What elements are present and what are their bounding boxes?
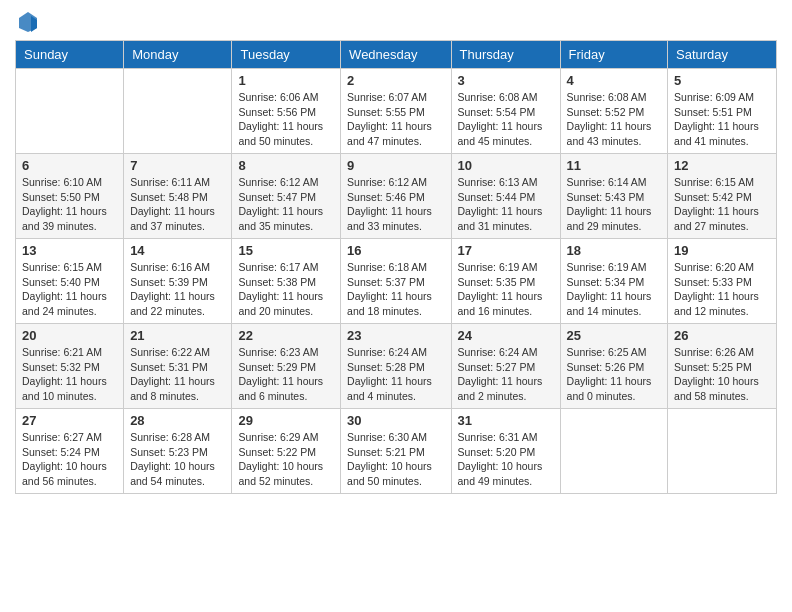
calendar-cell: 20Sunrise: 6:21 AM Sunset: 5:32 PM Dayli… [16,324,124,409]
day-number: 25 [567,328,661,343]
calendar-cell: 2Sunrise: 6:07 AM Sunset: 5:55 PM Daylig… [341,69,451,154]
calendar-cell: 30Sunrise: 6:30 AM Sunset: 5:21 PM Dayli… [341,409,451,494]
calendar-cell: 16Sunrise: 6:18 AM Sunset: 5:37 PM Dayli… [341,239,451,324]
calendar-week-row: 1Sunrise: 6:06 AM Sunset: 5:56 PM Daylig… [16,69,777,154]
day-info: Sunrise: 6:26 AM Sunset: 5:25 PM Dayligh… [674,345,770,404]
day-info: Sunrise: 6:16 AM Sunset: 5:39 PM Dayligh… [130,260,225,319]
calendar-cell: 14Sunrise: 6:16 AM Sunset: 5:39 PM Dayli… [124,239,232,324]
weekday-header: Sunday [16,41,124,69]
day-info: Sunrise: 6:08 AM Sunset: 5:54 PM Dayligh… [458,90,554,149]
day-info: Sunrise: 6:14 AM Sunset: 5:43 PM Dayligh… [567,175,661,234]
day-number: 18 [567,243,661,258]
day-info: Sunrise: 6:19 AM Sunset: 5:35 PM Dayligh… [458,260,554,319]
day-number: 26 [674,328,770,343]
day-number: 1 [238,73,334,88]
day-info: Sunrise: 6:25 AM Sunset: 5:26 PM Dayligh… [567,345,661,404]
day-number: 23 [347,328,444,343]
calendar-week-row: 27Sunrise: 6:27 AM Sunset: 5:24 PM Dayli… [16,409,777,494]
calendar-cell: 22Sunrise: 6:23 AM Sunset: 5:29 PM Dayli… [232,324,341,409]
calendar-cell: 3Sunrise: 6:08 AM Sunset: 5:54 PM Daylig… [451,69,560,154]
calendar-cell: 28Sunrise: 6:28 AM Sunset: 5:23 PM Dayli… [124,409,232,494]
calendar-cell: 12Sunrise: 6:15 AM Sunset: 5:42 PM Dayli… [668,154,777,239]
day-number: 24 [458,328,554,343]
day-number: 30 [347,413,444,428]
day-info: Sunrise: 6:10 AM Sunset: 5:50 PM Dayligh… [22,175,117,234]
calendar-cell: 13Sunrise: 6:15 AM Sunset: 5:40 PM Dayli… [16,239,124,324]
calendar-table: SundayMondayTuesdayWednesdayThursdayFrid… [15,40,777,494]
day-number: 14 [130,243,225,258]
calendar-cell: 7Sunrise: 6:11 AM Sunset: 5:48 PM Daylig… [124,154,232,239]
day-info: Sunrise: 6:06 AM Sunset: 5:56 PM Dayligh… [238,90,334,149]
weekday-header: Monday [124,41,232,69]
day-number: 9 [347,158,444,173]
weekday-header: Friday [560,41,667,69]
day-info: Sunrise: 6:21 AM Sunset: 5:32 PM Dayligh… [22,345,117,404]
day-number: 11 [567,158,661,173]
day-number: 6 [22,158,117,173]
header [15,10,777,32]
day-number: 20 [22,328,117,343]
day-info: Sunrise: 6:08 AM Sunset: 5:52 PM Dayligh… [567,90,661,149]
day-number: 27 [22,413,117,428]
day-number: 5 [674,73,770,88]
day-info: Sunrise: 6:07 AM Sunset: 5:55 PM Dayligh… [347,90,444,149]
day-info: Sunrise: 6:19 AM Sunset: 5:34 PM Dayligh… [567,260,661,319]
calendar-cell: 25Sunrise: 6:25 AM Sunset: 5:26 PM Dayli… [560,324,667,409]
calendar-cell: 6Sunrise: 6:10 AM Sunset: 5:50 PM Daylig… [16,154,124,239]
day-number: 15 [238,243,334,258]
day-number: 19 [674,243,770,258]
calendar-cell: 18Sunrise: 6:19 AM Sunset: 5:34 PM Dayli… [560,239,667,324]
day-info: Sunrise: 6:23 AM Sunset: 5:29 PM Dayligh… [238,345,334,404]
logo [15,10,39,32]
day-info: Sunrise: 6:13 AM Sunset: 5:44 PM Dayligh… [458,175,554,234]
calendar-cell [16,69,124,154]
page: SundayMondayTuesdayWednesdayThursdayFrid… [0,0,792,612]
day-number: 12 [674,158,770,173]
calendar-cell: 5Sunrise: 6:09 AM Sunset: 5:51 PM Daylig… [668,69,777,154]
day-info: Sunrise: 6:24 AM Sunset: 5:27 PM Dayligh… [458,345,554,404]
calendar-cell: 19Sunrise: 6:20 AM Sunset: 5:33 PM Dayli… [668,239,777,324]
day-number: 21 [130,328,225,343]
day-info: Sunrise: 6:20 AM Sunset: 5:33 PM Dayligh… [674,260,770,319]
day-info: Sunrise: 6:29 AM Sunset: 5:22 PM Dayligh… [238,430,334,489]
day-info: Sunrise: 6:12 AM Sunset: 5:46 PM Dayligh… [347,175,444,234]
logo-icon [17,10,39,32]
day-info: Sunrise: 6:27 AM Sunset: 5:24 PM Dayligh… [22,430,117,489]
day-info: Sunrise: 6:12 AM Sunset: 5:47 PM Dayligh… [238,175,334,234]
calendar-cell: 21Sunrise: 6:22 AM Sunset: 5:31 PM Dayli… [124,324,232,409]
day-info: Sunrise: 6:31 AM Sunset: 5:20 PM Dayligh… [458,430,554,489]
day-number: 28 [130,413,225,428]
day-info: Sunrise: 6:09 AM Sunset: 5:51 PM Dayligh… [674,90,770,149]
calendar-cell: 27Sunrise: 6:27 AM Sunset: 5:24 PM Dayli… [16,409,124,494]
calendar-cell: 26Sunrise: 6:26 AM Sunset: 5:25 PM Dayli… [668,324,777,409]
calendar-cell: 15Sunrise: 6:17 AM Sunset: 5:38 PM Dayli… [232,239,341,324]
day-number: 7 [130,158,225,173]
calendar-cell: 23Sunrise: 6:24 AM Sunset: 5:28 PM Dayli… [341,324,451,409]
calendar-cell: 29Sunrise: 6:29 AM Sunset: 5:22 PM Dayli… [232,409,341,494]
day-number: 10 [458,158,554,173]
day-number: 8 [238,158,334,173]
calendar-cell [668,409,777,494]
day-number: 29 [238,413,334,428]
calendar-week-row: 6Sunrise: 6:10 AM Sunset: 5:50 PM Daylig… [16,154,777,239]
calendar-cell: 11Sunrise: 6:14 AM Sunset: 5:43 PM Dayli… [560,154,667,239]
calendar-week-row: 13Sunrise: 6:15 AM Sunset: 5:40 PM Dayli… [16,239,777,324]
day-info: Sunrise: 6:28 AM Sunset: 5:23 PM Dayligh… [130,430,225,489]
day-info: Sunrise: 6:22 AM Sunset: 5:31 PM Dayligh… [130,345,225,404]
weekday-header: Wednesday [341,41,451,69]
day-number: 13 [22,243,117,258]
calendar-cell: 10Sunrise: 6:13 AM Sunset: 5:44 PM Dayli… [451,154,560,239]
calendar-cell: 1Sunrise: 6:06 AM Sunset: 5:56 PM Daylig… [232,69,341,154]
day-number: 4 [567,73,661,88]
calendar-cell: 9Sunrise: 6:12 AM Sunset: 5:46 PM Daylig… [341,154,451,239]
day-info: Sunrise: 6:11 AM Sunset: 5:48 PM Dayligh… [130,175,225,234]
calendar-cell: 24Sunrise: 6:24 AM Sunset: 5:27 PM Dayli… [451,324,560,409]
calendar-cell: 8Sunrise: 6:12 AM Sunset: 5:47 PM Daylig… [232,154,341,239]
weekday-header: Saturday [668,41,777,69]
calendar-week-row: 20Sunrise: 6:21 AM Sunset: 5:32 PM Dayli… [16,324,777,409]
day-number: 3 [458,73,554,88]
day-number: 17 [458,243,554,258]
day-number: 16 [347,243,444,258]
day-number: 2 [347,73,444,88]
calendar-cell [560,409,667,494]
